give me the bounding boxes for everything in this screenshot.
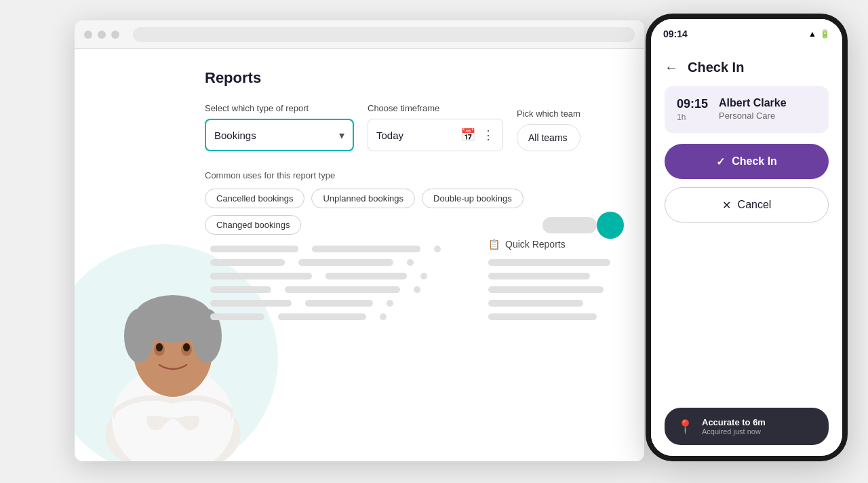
skeleton-dot — [407, 259, 414, 266]
skeleton-bar — [210, 313, 264, 320]
timeframe-label: Choose timeframe — [368, 103, 503, 113]
report-type-label: Select which type of report — [205, 103, 354, 113]
qr-skeleton-2 — [488, 273, 590, 279]
cancel-label: Cancel — [738, 199, 772, 211]
skeleton-dot — [434, 246, 441, 252]
skeleton-dot — [380, 313, 387, 320]
report-type-value: Bookings — [214, 130, 339, 141]
chip-cancelled-bookings[interactable]: Cancelled bookings — [205, 189, 304, 208]
svg-point-9 — [156, 343, 163, 351]
location-pin-icon: 📍 — [677, 419, 694, 435]
qr-skeleton-4 — [488, 300, 583, 307]
location-text-block: Accurate to 6m Acquired just now — [702, 417, 766, 436]
browser-dot-green — [111, 31, 119, 39]
browser-url-bar — [133, 27, 635, 42]
svg-point-5 — [124, 309, 154, 363]
skeleton-bar — [210, 273, 312, 279]
phone-mockup: 09:14 ▲ 🔋 ← Check In 09:15 1h Albert Cla… — [646, 14, 848, 461]
timeframe-value: Today — [376, 130, 454, 141]
back-button[interactable]: ← — [665, 60, 678, 75]
timeframe-select[interactable]: Today 📅 ⋮ — [368, 119, 503, 151]
gray-pill — [542, 217, 597, 233]
team-group: Pick which team All teams — [517, 109, 580, 151]
quick-reports-icon: 📋 — [488, 239, 500, 250]
booking-info: Albert Clarke Personal Care — [719, 97, 787, 121]
reports-title: Reports — [205, 69, 623, 87]
skeleton-bar — [312, 246, 420, 252]
browser-content: Reports Select which type of report Book… — [75, 49, 644, 461]
skeleton-bar — [298, 259, 393, 266]
action-buttons: ✓ Check In ✕ Cancel — [665, 144, 829, 223]
booking-time-block: 09:15 1h — [677, 97, 708, 122]
skeleton-dot — [420, 273, 427, 279]
team-label: Pick which team — [517, 109, 580, 119]
chip-unplanned-bookings[interactable]: Unplanned bookings — [311, 189, 415, 208]
check-icon: ✓ — [716, 155, 725, 168]
browser-dot-yellow — [98, 31, 106, 39]
svg-point-10 — [183, 343, 190, 351]
check-in-button[interactable]: ✓ Check In — [665, 144, 829, 179]
qr-skeleton-1 — [488, 259, 610, 266]
calendar-icon: 📅 — [460, 128, 475, 142]
timeframe-group: Choose timeframe Today 📅 ⋮ — [368, 103, 503, 151]
booking-duration: 1h — [677, 113, 708, 122]
teal-action-button[interactable] — [597, 212, 624, 239]
phone-status-bar: 09:14 ▲ 🔋 — [651, 19, 842, 49]
skeleton-bar — [210, 300, 292, 307]
skeleton-bar — [210, 259, 285, 266]
desktop-mockup: Reports Select which type of report Book… — [75, 20, 644, 461]
qr-skeleton-3 — [488, 286, 604, 293]
skeleton-bar — [285, 286, 400, 293]
report-type-select[interactable]: Bookings ▾ — [205, 119, 354, 151]
wifi-icon: ▲ — [808, 29, 816, 39]
skeleton-bar — [210, 286, 271, 293]
check-in-title: Check In — [688, 60, 744, 75]
booking-name: Albert Clarke — [719, 97, 787, 109]
booking-time: 09:15 — [677, 97, 708, 111]
skeleton-bar — [210, 246, 298, 252]
skeleton-bar — [326, 273, 407, 279]
report-controls: Select which type of report Bookings ▾ C… — [205, 103, 623, 151]
quick-reports-title: 📋 Quick Reports — [488, 239, 624, 250]
location-acquired: Acquired just now — [702, 427, 766, 436]
chip-doubleup-bookings[interactable]: Double-up bookings — [422, 189, 524, 208]
skeleton-dot — [414, 286, 420, 293]
browser-bar — [75, 20, 644, 49]
more-icon[interactable]: ⋮ — [482, 128, 494, 142]
team-select[interactable]: All teams — [517, 124, 580, 151]
cancel-button[interactable]: ✕ Cancel — [665, 187, 829, 223]
phone-time: 09:14 — [663, 28, 688, 39]
quick-reports-label: Quick Reports — [505, 239, 566, 250]
battery-icon: 🔋 — [820, 29, 830, 39]
x-icon: ✕ — [722, 199, 731, 212]
chip-changed-bookings[interactable]: Changed bookings — [205, 215, 301, 235]
phone-status-icons: ▲ 🔋 — [808, 29, 830, 39]
skeleton-bar — [278, 313, 366, 320]
skeleton-dot — [387, 300, 393, 307]
qr-skeleton-5 — [488, 313, 597, 320]
report-type-group: Select which type of report Bookings ▾ — [205, 103, 354, 151]
phone-header: ← Check In — [665, 60, 829, 75]
booking-type: Personal Care — [719, 111, 787, 121]
common-uses-label: Common uses for this report type — [205, 170, 623, 180]
location-accuracy: Accurate to 6m — [702, 417, 766, 427]
skeleton-bar — [305, 300, 373, 307]
location-bar: 📍 Accurate to 6m Acquired just now — [665, 408, 829, 445]
quick-reports-panel: 📋 Quick Reports — [488, 239, 624, 327]
browser-dot-red — [84, 31, 92, 39]
team-value: All teams — [528, 132, 568, 143]
chevron-down-icon: ▾ — [339, 129, 344, 142]
reports-panel: Reports Select which type of report Book… — [205, 69, 623, 235]
booking-card: 09:15 1h Albert Clarke Personal Care — [665, 86, 829, 133]
check-in-label: Check In — [732, 155, 777, 168]
phone-body: ← Check In 09:15 1h Albert Clarke Person… — [651, 49, 842, 456]
